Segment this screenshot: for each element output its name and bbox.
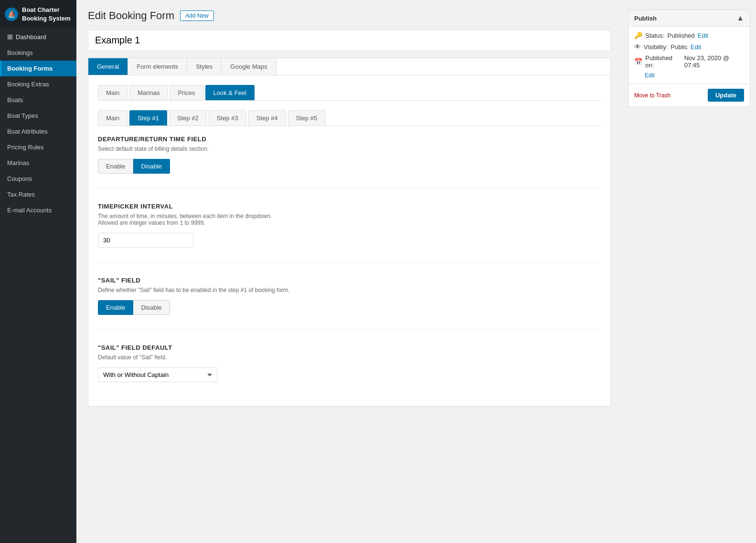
publish-box-body: 🔑 Status: Published Edit 👁 Visibility: P…	[628, 27, 750, 84]
status-edit-link[interactable]: Edit	[698, 32, 708, 39]
timepicker-title: TIMEPICKER INTERVAL	[98, 203, 601, 210]
sub-tab-main[interactable]: Main	[98, 85, 128, 100]
sidebar-item-boat-types[interactable]: Boat Types	[0, 108, 76, 124]
sidebar-item-label: Boats	[7, 96, 23, 104]
sidebar-item-label: Boat Attributes	[7, 128, 48, 135]
sail-field-disable-btn[interactable]: Disable	[133, 300, 170, 315]
logo-icon: ⛵	[5, 8, 18, 21]
sidebar-item-label: Tax Rates	[7, 191, 35, 198]
departure-return-toggle: Enable Disable	[98, 159, 601, 174]
sidebar-item-booking-extras[interactable]: Booking Extras	[0, 76, 76, 92]
sub-tab-look-feel[interactable]: Look & Feel	[205, 85, 255, 100]
departure-return-enable-btn[interactable]: Enable	[98, 159, 133, 174]
page-header: Edit Booking Form Add New	[88, 10, 611, 22]
sidebar-item-boat-attributes[interactable]: Boat Attributes	[0, 124, 76, 139]
publish-collapse-icon[interactable]: ▲	[736, 14, 744, 22]
add-new-button[interactable]: Add New	[180, 10, 214, 21]
sidebar-item-label: Coupons	[7, 175, 32, 182]
published-on-label: Published on:	[645, 54, 681, 69]
main-area: Edit Booking Form Add New General Form e…	[76, 0, 756, 543]
sail-field-desc: Define whether "Sail" field has to be en…	[98, 287, 601, 293]
sidebar-logo: ⛵ Boat Charter Booking System	[0, 0, 76, 29]
timepicker-section: TIMEPICKER INTERVAL The amount of time, …	[98, 203, 601, 262]
sub-tab-prices[interactable]: Prices	[170, 85, 203, 100]
sidebar-panel: Publish ▲ 🔑 Status: Published Edit 👁 Vis…	[622, 0, 756, 543]
step-tab-bar: Main Step #1 Step #2 Step #3 Step #4 Ste…	[98, 110, 601, 126]
departure-return-section: DEPARTURE/RETURN TIME FIELD Select defau…	[98, 136, 601, 188]
visibility-row: 👁 Visibility: Public Edit	[634, 43, 744, 51]
timepicker-desc1: The amount of time, in minutes, between …	[98, 213, 601, 226]
content-area: Edit Booking Form Add New General Form e…	[76, 0, 756, 543]
sidebar-item-label: Bookings	[7, 49, 32, 56]
sidebar-item-label: Dashboard	[16, 33, 46, 41]
sidebar-item-email-accounts[interactable]: E-mail Accounts	[0, 202, 76, 218]
step-tab-step1[interactable]: Step #1	[129, 110, 167, 125]
publish-box-title: Publish	[634, 15, 657, 22]
move-to-trash-link[interactable]: Move to Trash	[634, 92, 671, 99]
page-title: Edit Booking Form	[88, 10, 174, 22]
sidebar-item-label: Pricing Rules	[7, 144, 44, 151]
visibility-icon: 👁	[634, 43, 641, 51]
inner-content: Main Marinas Prices Look & Feel Main Ste…	[88, 75, 611, 407]
sidebar-item-coupons[interactable]: Coupons	[0, 171, 76, 187]
sail-field-default-title: "SAIL" FIELD DEFAULT	[98, 344, 601, 351]
visibility-label: Visibility:	[644, 43, 668, 51]
published-on-row: 📅 Published on: Nov 23, 2020 @ 07:45	[634, 54, 744, 69]
sail-field-title: "SAIL" FIELD	[98, 277, 601, 284]
main-tab-bar: General Form elements Styles Google Maps	[88, 58, 611, 75]
sidebar-item-dashboard[interactable]: ⊞ Dashboard	[0, 29, 76, 45]
sidebar: ⛵ Boat Charter Booking System ⊞ Dashboar…	[0, 0, 76, 543]
status-label: Status:	[645, 32, 664, 39]
step-tab-step4[interactable]: Step #4	[248, 110, 286, 125]
visibility-edit-link[interactable]: Edit	[691, 43, 701, 51]
sub-tab-bar: Main Marinas Prices Look & Feel	[98, 85, 601, 101]
step-tab-step3[interactable]: Step #3	[209, 110, 246, 125]
published-on-value: Nov 23, 2020 @ 07:45	[684, 54, 744, 69]
sail-field-default-desc: Default value of "Sail" field.	[98, 354, 601, 361]
visibility-value: Public	[671, 43, 687, 51]
sidebar-item-label: Boat Types	[7, 112, 38, 119]
step-tab-step2[interactable]: Step #2	[169, 110, 207, 125]
published-on-edit-link[interactable]: Edit	[645, 72, 655, 79]
departure-return-title: DEPARTURE/RETURN TIME FIELD	[98, 136, 601, 143]
tab-styles[interactable]: Styles	[187, 58, 222, 75]
sail-field-default-section: "SAIL" FIELD DEFAULT Default value of "S…	[98, 344, 601, 397]
sidebar-item-label: Booking Extras	[7, 81, 49, 88]
publish-box-header: Publish ▲	[628, 10, 750, 27]
sidebar-item-booking-forms[interactable]: Booking Forms	[0, 61, 76, 76]
form-title-input[interactable]	[88, 30, 611, 51]
tab-form-elements[interactable]: Form elements	[128, 58, 187, 75]
step-tab-step5[interactable]: Step #5	[288, 110, 326, 125]
sidebar-item-pricing-rules[interactable]: Pricing Rules	[0, 139, 76, 155]
dashboard-icon: ⊞	[7, 33, 13, 41]
sail-field-section: "SAIL" FIELD Define whether "Sail" field…	[98, 277, 601, 330]
sub-tab-marinas[interactable]: Marinas	[129, 85, 168, 100]
status-row: 🔑 Status: Published Edit	[634, 31, 744, 39]
editor-area: Edit Booking Form Add New General Form e…	[76, 0, 622, 543]
sidebar-item-label: E-mail Accounts	[7, 207, 52, 214]
sidebar-item-tax-rates[interactable]: Tax Rates	[0, 187, 76, 202]
sail-field-toggle: Enable Disable	[98, 300, 601, 315]
timepicker-input[interactable]	[98, 233, 193, 248]
tab-general[interactable]: General	[88, 58, 128, 75]
sail-field-enable-btn[interactable]: Enable	[98, 300, 133, 315]
calendar-icon: 📅	[634, 58, 642, 65]
publish-box-footer: Move to Trash Update	[628, 84, 750, 106]
sidebar-item-bookings[interactable]: Bookings	[0, 45, 76, 61]
sail-field-default-select[interactable]: With or Without Captain With Captain Wit…	[98, 367, 217, 382]
sidebar-logo-text: Boat Charter Booking System	[22, 6, 72, 23]
tab-google-maps[interactable]: Google Maps	[222, 58, 276, 75]
publish-box: Publish ▲ 🔑 Status: Published Edit 👁 Vis…	[628, 10, 750, 107]
status-icon: 🔑	[634, 31, 642, 39]
sidebar-item-label: Booking Forms	[7, 65, 53, 72]
step-tab-main[interactable]: Main	[98, 110, 128, 125]
update-button[interactable]: Update	[708, 89, 744, 102]
departure-return-desc: Select default state of billing details …	[98, 146, 601, 152]
sidebar-item-label: Marinas	[7, 159, 29, 167]
sidebar-item-boats[interactable]: Boats	[0, 92, 76, 108]
sidebar-item-marinas[interactable]: Marinas	[0, 155, 76, 171]
status-value: Published	[667, 32, 694, 39]
departure-return-disable-btn[interactable]: Disable	[133, 159, 170, 174]
